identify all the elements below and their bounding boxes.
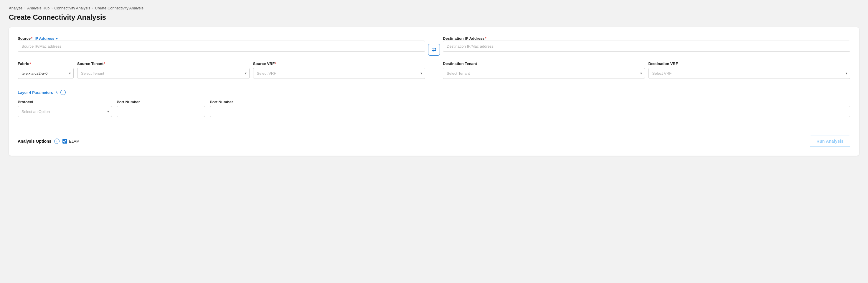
layer4-header: Layer 4 Parameters ∧ i [18,90,850,95]
source-sub-row: Fabric* teleixia-cs2-a-0 ▾ Source Tenant [18,62,425,79]
source-port-input-wrapper [117,106,205,117]
breadcrumb-sep-3: › [92,6,93,10]
dest-port-label: Port Number [210,100,850,104]
source-vrf-field: Source VRF* Select VRF ▾ [253,62,426,79]
page-title: Create Connectivity Analysis [9,13,859,22]
source-tenant-field: Source Tenant* Select Tenant ▾ [77,62,250,79]
fabric-required-star: * [29,62,31,66]
dest-ip-input[interactable] [443,41,850,52]
analysis-options: Analysis Options i ELAM [18,139,80,144]
layer4-label[interactable]: Layer 4 Parameters [18,90,53,95]
breadcrumb-sep-1: › [24,6,25,10]
protocol-row: Protocol Select an Option ▾ Port Number [18,100,850,117]
layer4-collapse-icon[interactable]: ∧ [55,90,58,95]
swap-button[interactable]: ⇄ [428,44,440,56]
analysis-options-label: Analysis Options [18,139,51,144]
source-tenant-required-star: * [104,62,105,66]
dest-vrf-select-wrapper: Select VRF ▾ [649,68,850,79]
source-required-star: * [31,36,32,41]
run-analysis-button[interactable]: Run Analysis [810,136,850,147]
breadcrumb-sep-2: › [51,6,53,10]
protocol-field: Protocol Select an Option ▾ [18,100,112,117]
swap-col: ⇄ [425,36,443,56]
elam-checkbox-label[interactable]: ELAM [62,139,79,144]
dest-side: Destination IP Address* [443,36,850,52]
source-type-chevron: ▾ [56,37,58,40]
breadcrumb-analyze[interactable]: Analyze [9,6,22,10]
source-port-label: Port Number [117,100,205,104]
fabric-tenant-row: Fabric* teleixia-cs2-a-0 ▾ Source Tenant [18,62,850,79]
source-side: Source* IP Address ▾ [18,36,425,52]
ip-address-row: Source* IP Address ▾ ⇄ Destination IP Ad… [18,36,850,56]
dest-sub-row: Destination Tenant Select Tenant ▾ Desti… [443,62,850,79]
source-ip-input[interactable] [18,41,425,52]
dest-tenant-select[interactable]: Select Tenant [443,68,645,79]
source-type-link[interactable]: IP Address [34,36,54,41]
dest-required-star: * [485,36,487,41]
breadcrumb-connectivity[interactable]: Connectivity Analysis [54,6,90,10]
fabric-select[interactable]: teleixia-cs2-a-0 [18,68,74,79]
fabric-field: Fabric* teleixia-cs2-a-0 ▾ [18,62,74,79]
swap-icon: ⇄ [432,46,436,53]
elam-label: ELAM [69,139,79,144]
dest-vrf-select[interactable]: Select VRF [649,68,850,79]
dest-vrf-label: Destination VRF [649,62,850,66]
source-tenant-select[interactable]: Select Tenant [77,68,250,79]
form-section: Source* IP Address ▾ ⇄ Destination IP Ad… [18,36,850,147]
dest-tenant-field: Destination Tenant Select Tenant ▾ [443,62,645,79]
elam-checkbox[interactable] [62,139,67,144]
source-port-field: Port Number [117,100,205,117]
breadcrumb: Analyze › Analysis Hub › Connectivity An… [9,6,859,10]
dest-port-field: Port Number [210,100,850,117]
source-tenant-select-wrapper: Select Tenant ▾ [77,68,250,79]
source-fields-side: Fabric* teleixia-cs2-a-0 ▾ Source Tenant [18,62,425,79]
dest-tenant-select-wrapper: Select Tenant ▾ [443,68,645,79]
source-port-input[interactable] [117,106,205,117]
protocol-select-wrapper: Select an Option ▾ [18,106,112,117]
source-label: Source* IP Address ▾ [18,36,425,41]
form-card: Source* IP Address ▾ ⇄ Destination IP Ad… [9,27,859,155]
fabric-label: Fabric* [18,62,74,66]
footer-bar: Analysis Options i ELAM Run Analysis [18,130,850,147]
analysis-options-info-icon[interactable]: i [54,139,60,144]
swap-col-spacer [425,62,443,69]
source-vrf-label: Source VRF* [253,62,426,66]
breadcrumb-hub[interactable]: Analysis Hub [27,6,50,10]
source-vrf-required-star: * [275,62,276,66]
protocol-label: Protocol [18,100,112,104]
breadcrumb-create: Create Connectivity Analysis [95,6,144,10]
layer4-section: Layer 4 Parameters ∧ i Protocol Select a… [18,85,850,117]
source-vrf-select[interactable]: Select VRF [253,68,426,79]
dest-fields-side: Destination Tenant Select Tenant ▾ Desti… [443,62,850,79]
dest-vrf-field: Destination VRF Select VRF ▾ [649,62,850,79]
fabric-select-wrapper: teleixia-cs2-a-0 ▾ [18,68,74,79]
dest-label: Destination IP Address* [443,36,850,41]
layer4-info-icon[interactable]: i [60,90,66,95]
dest-tenant-label: Destination Tenant [443,62,645,66]
dest-port-input[interactable] [210,106,850,117]
source-vrf-select-wrapper: Select VRF ▾ [253,68,426,79]
source-tenant-label: Source Tenant* [77,62,250,66]
protocol-select[interactable]: Select an Option [18,106,112,117]
